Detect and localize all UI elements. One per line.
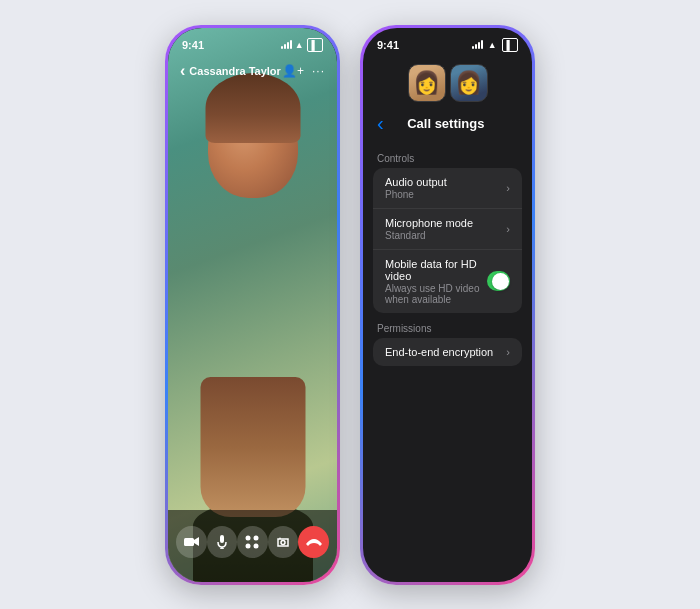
status-bar-left: 9:41 ▲ ▌ bbox=[168, 28, 337, 56]
status-icons-left: ▲ ▌ bbox=[281, 38, 323, 52]
settings-header: ‹ Call settings bbox=[363, 108, 532, 143]
mobile-data-toggle[interactable] bbox=[487, 271, 510, 291]
back-chevron[interactable]: ‹ bbox=[180, 62, 185, 80]
right-phone: 9:41 ▲ ▌ 👩 👩 ‹ Call settings bbox=[360, 25, 535, 585]
svg-marker-1 bbox=[194, 537, 199, 546]
battery-icon: ▌ bbox=[307, 38, 323, 52]
microphone-mode-title: Microphone mode bbox=[385, 217, 473, 229]
microphone-mode-left: Microphone mode Standard bbox=[385, 217, 473, 241]
hair-long bbox=[200, 377, 305, 517]
audio-output-subtitle: Phone bbox=[385, 189, 447, 200]
flip-camera-button[interactable] bbox=[268, 526, 299, 558]
audio-output-title: Audio output bbox=[385, 176, 447, 188]
encryption-left: End-to-end encryption bbox=[385, 346, 493, 358]
microphone-mode-subtitle: Standard bbox=[385, 230, 473, 241]
call-header: ‹ Cassandra Taylor 👤+ ··· bbox=[168, 56, 337, 86]
microphone-mode-chevron: › bbox=[506, 223, 510, 235]
wifi-icon: ▲ bbox=[295, 40, 304, 50]
add-person-icon[interactable]: 👤+ bbox=[282, 64, 304, 78]
settings-content: Controls Audio output Phone › Microphone… bbox=[363, 143, 532, 582]
back-button[interactable]: ‹ bbox=[377, 112, 384, 135]
person-display bbox=[168, 28, 337, 582]
encryption-chevron: › bbox=[506, 346, 510, 358]
avatar-2: 👩 bbox=[450, 64, 488, 102]
call-actions: 👤+ ··· bbox=[282, 64, 325, 78]
avatar-1: 👩 bbox=[408, 64, 446, 102]
controls-group: Audio output Phone › Microphone mode Sta… bbox=[373, 168, 522, 313]
svg-point-9 bbox=[281, 540, 285, 544]
status-bar-right: 9:41 ▲ ▌ bbox=[363, 28, 532, 56]
encryption-title: End-to-end encryption bbox=[385, 346, 493, 358]
encryption-row[interactable]: End-to-end encryption › bbox=[373, 338, 522, 366]
call-avatars: 👩 👩 bbox=[363, 56, 532, 108]
left-phone-inner: 9:41 ▲ ▌ ‹ Cassandra Taylor 👤+ ··· bbox=[168, 28, 337, 582]
svg-point-5 bbox=[246, 535, 251, 540]
microphone-mode-row[interactable]: Microphone mode Standard › bbox=[373, 209, 522, 250]
video-background bbox=[168, 28, 337, 582]
section-label-controls: Controls bbox=[363, 143, 532, 168]
left-phone: 9:41 ▲ ▌ ‹ Cassandra Taylor 👤+ ··· bbox=[165, 25, 340, 585]
effects-button[interactable] bbox=[237, 526, 268, 558]
audio-output-row[interactable]: Audio output Phone › bbox=[373, 168, 522, 209]
caller-info: ‹ Cassandra Taylor bbox=[180, 62, 281, 80]
audio-output-chevron: › bbox=[506, 182, 510, 194]
svg-rect-2 bbox=[220, 535, 224, 543]
call-controls-bar bbox=[168, 510, 337, 582]
section-label-permissions: Permissions bbox=[363, 313, 532, 338]
battery-icon-right: ▌ bbox=[502, 38, 518, 52]
svg-point-8 bbox=[254, 543, 259, 548]
mobile-data-title: Mobile data for HD video bbox=[385, 258, 487, 282]
audio-output-left: Audio output Phone bbox=[385, 176, 447, 200]
caller-name: Cassandra Taylor bbox=[189, 65, 281, 77]
end-call-button[interactable] bbox=[298, 526, 329, 558]
mic-button[interactable] bbox=[207, 526, 238, 558]
permissions-group: End-to-end encryption › bbox=[373, 338, 522, 366]
mobile-data-row[interactable]: Mobile data for HD video Always use HD v… bbox=[373, 250, 522, 313]
mobile-data-left: Mobile data for HD video Always use HD v… bbox=[385, 258, 487, 305]
svg-point-6 bbox=[254, 535, 259, 540]
settings-screen: 9:41 ▲ ▌ 👩 👩 ‹ Call settings bbox=[363, 28, 532, 582]
status-icons-right: ▲ ▌ bbox=[472, 38, 518, 52]
wifi-icon-right: ▲ bbox=[488, 40, 497, 50]
time-left: 9:41 bbox=[182, 39, 204, 51]
camera-button[interactable] bbox=[176, 526, 207, 558]
settings-title: Call settings bbox=[392, 116, 500, 131]
time-right: 9:41 bbox=[377, 39, 399, 51]
more-icon[interactable]: ··· bbox=[312, 64, 325, 78]
svg-point-7 bbox=[246, 543, 251, 548]
signal-icon-right bbox=[472, 40, 483, 49]
svg-rect-0 bbox=[184, 538, 194, 546]
mobile-data-subtitle: Always use HD video when available bbox=[385, 283, 487, 305]
signal-icon bbox=[281, 40, 292, 49]
